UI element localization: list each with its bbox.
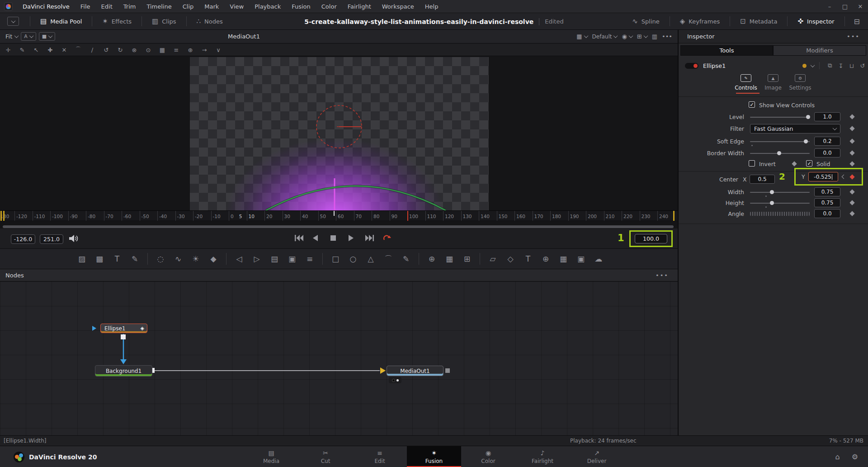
menu-item-davinci-resolve[interactable]: DaVinci Resolve [17, 3, 75, 10]
center-x-field[interactable]: 0.5 [750, 175, 775, 184]
linear-tool-icon[interactable]: ∕ [89, 47, 96, 53]
timeline-ruler[interactable]: -130-120-110-100-90-80-70-60-50-40-30-20… [0, 210, 678, 221]
level-keyframe-icon[interactable] [849, 114, 854, 119]
viewer-options-menu[interactable]: ••• [662, 33, 672, 40]
center-y-field[interactable]: -0.525 [808, 172, 838, 181]
menu-item-timeline[interactable]: Timeline [141, 3, 177, 10]
center-keyframe-icon-active[interactable] [849, 174, 854, 179]
tracker-tool-icon[interactable]: ⊕ [427, 254, 437, 263]
play-reverse-button[interactable] [311, 232, 322, 244]
menu-item-playback[interactable]: Playback [249, 3, 286, 10]
multi-frame-icon[interactable]: ≡ [173, 47, 180, 53]
menu-item-trim[interactable]: Trim [118, 3, 142, 10]
paint-tool-icon[interactable]: ✎ [130, 254, 140, 263]
menu-item-fusion[interactable]: Fusion [286, 3, 316, 10]
range-in-field[interactable]: -126.0 [11, 234, 35, 244]
lock-icon[interactable]: ⊔ [846, 62, 857, 69]
height-field[interactable]: 0.75 [814, 198, 840, 207]
pick-tool-icon[interactable]: ✛ [5, 47, 12, 53]
soft-edge-field[interactable]: 0.2 [814, 137, 840, 146]
menu-item-color[interactable]: Color [316, 3, 342, 10]
node-enable-toggle[interactable] [685, 63, 698, 69]
panel-toggle-dropdown[interactable] [7, 17, 19, 26]
minimize-button[interactable]: – [822, 3, 837, 10]
stop-button[interactable] [328, 232, 340, 244]
width-keyframe-icon[interactable] [849, 189, 854, 194]
skip-end-button[interactable] [363, 232, 375, 244]
media-out-tool-icon[interactable]: ▣ [287, 254, 297, 263]
border-width-slider[interactable] [750, 153, 810, 154]
border-width-field[interactable]: 0.0 [814, 148, 840, 157]
loader-tool-icon[interactable]: ◁ [234, 254, 244, 263]
hue-curves-tool-icon[interactable]: ◆ [208, 254, 218, 263]
onion-skin-icon[interactable]: ▦ [159, 47, 166, 53]
clips-button[interactable]: ▥Clips [146, 13, 182, 29]
soft-edge-keyframe-icon[interactable] [849, 138, 854, 143]
node-background1[interactable]: Background1 [95, 365, 152, 376]
app-logo-icon[interactable] [4, 2, 13, 11]
page-fusion[interactable]: ✶Fusion [407, 446, 461, 467]
menu-item-file[interactable]: File [75, 3, 96, 10]
ellipse-mask-tool-icon[interactable]: ○ [348, 254, 358, 263]
background-tool-icon[interactable]: ▨ [77, 254, 87, 263]
chevron-down-icon[interactable] [811, 63, 815, 67]
border-width-keyframe-icon[interactable] [849, 150, 854, 155]
nodes-button[interactable]: ∴Nodes [191, 13, 228, 29]
media-pool-button[interactable]: ▤Media Pool [35, 13, 87, 29]
pan-icon[interactable]: → [201, 47, 208, 53]
page-fairlight[interactable]: ♪Fairlight [515, 446, 570, 467]
width-field[interactable]: 0.75 [814, 187, 840, 196]
cube-3d-tool-icon[interactable]: ▦ [558, 254, 568, 263]
viewer-canvas[interactable] [0, 56, 678, 210]
angle-thumbwheel[interactable] [750, 212, 810, 216]
subtab-image[interactable]: ▲ Image [760, 74, 786, 91]
close-spline-icon[interactable]: ⊗ [131, 47, 138, 53]
range-out-field[interactable]: 251.0 [40, 234, 63, 244]
lut-dropdown[interactable]: Default [592, 33, 618, 40]
grid-view-control[interactable]: ⊞ [637, 33, 647, 40]
menu-item-edit[interactable]: Edit [96, 3, 118, 10]
filter-dropdown[interactable]: Fast Gaussian [750, 124, 840, 133]
blur-tool-icon[interactable]: ◌ [156, 254, 165, 263]
settings-gear-icon[interactable]: ⚙ [852, 453, 858, 461]
text-plus-tool-icon[interactable]: T [112, 254, 122, 263]
node-mediaout1[interactable]: MediaOut1 [387, 366, 443, 376]
page-edit[interactable]: ≡Edit [353, 446, 407, 467]
chevron-left-icon[interactable] [841, 175, 846, 179]
select-tool-icon[interactable]: ↖ [33, 47, 40, 53]
undo-icon[interactable]: ↺ [103, 47, 110, 53]
page-deliver[interactable]: ↗Deliver [570, 446, 624, 467]
close-button[interactable]: ✕ [853, 3, 868, 10]
bspline-mask-tool-icon[interactable]: ⌒ [383, 254, 393, 264]
saver-tool-icon[interactable]: ▷ [252, 254, 262, 263]
soft-edge-slider[interactable] [750, 141, 810, 142]
playhead[interactable] [407, 211, 408, 221]
menu-item-help[interactable]: Help [420, 3, 444, 10]
tab-modifiers[interactable]: Modifiers [773, 45, 866, 56]
skip-start-button[interactable] [293, 232, 305, 244]
paint-mask-tool-icon[interactable]: ✎ [401, 254, 411, 263]
menu-item-fairlight[interactable]: Fairlight [342, 3, 377, 10]
menu-item-clip[interactable]: Clip [177, 3, 199, 10]
tool-menu-chevron-icon[interactable]: ∨ [215, 47, 222, 53]
fast-noise-tool-icon[interactable]: ▩ [94, 254, 104, 263]
merge-tool-icon[interactable]: ▤ [269, 254, 279, 263]
rectangle-mask-tool-icon[interactable]: □ [330, 254, 340, 263]
metadata-button[interactable]: ⊡Metadata [735, 13, 783, 29]
panel-layout-icon[interactable]: ⊟ [849, 17, 864, 26]
planar-tracker-tool-icon[interactable]: ⊞ [462, 254, 472, 263]
redo-icon[interactable]: ↻ [117, 47, 124, 53]
nodes-options-menu[interactable]: ••• [656, 272, 678, 279]
insert-point-tool-icon[interactable]: ✚ [47, 47, 54, 53]
maximize-button[interactable]: □ [837, 3, 853, 10]
effects-button[interactable]: ✶Effects [97, 13, 137, 29]
level-field[interactable]: 1.0 [814, 112, 840, 121]
reset-icon[interactable]: ↺ [857, 62, 868, 69]
inspector-options-menu[interactable]: ••• [847, 33, 868, 40]
draw-tool-icon[interactable]: ✎ [19, 47, 26, 53]
width-slider[interactable] [750, 192, 810, 193]
merge-3d-tool-icon[interactable]: ⊕ [541, 254, 551, 263]
tab-tools[interactable]: Tools [680, 45, 773, 56]
copy-settings-icon[interactable]: ⧉ [825, 62, 835, 69]
spline-button[interactable]: ∿Spline [627, 13, 665, 29]
